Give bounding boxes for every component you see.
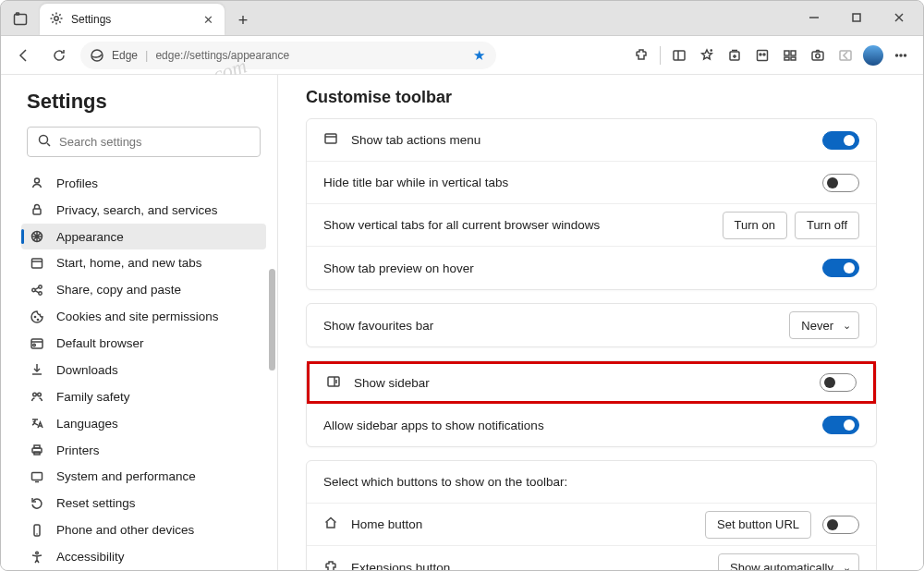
svg-point-29 (40, 135, 48, 143)
turn-off-button[interactable]: Turn off (795, 212, 859, 239)
sidebar-item-printer[interactable]: Printers (21, 437, 266, 464)
svg-point-24 (816, 54, 820, 57)
sidebar-item-label: Cookies and site permissions (56, 310, 219, 323)
sidebar-scrollbar[interactable] (269, 84, 275, 561)
row-home-button[interactable]: Home button Set button URL (307, 504, 876, 546)
url-text: edge://settings/appearance (155, 49, 463, 62)
refresh-button[interactable] (45, 42, 73, 69)
svg-rect-55 (325, 134, 336, 143)
search-settings-input[interactable] (27, 127, 261, 157)
sidebar-item-label: Downloads (56, 363, 118, 377)
search-field[interactable] (59, 135, 250, 149)
row-show-sidebar[interactable]: Show sidebar (307, 361, 876, 404)
sidebar-item-lang[interactable]: Languages (21, 410, 266, 437)
svg-rect-32 (33, 209, 41, 214)
profile-icon (29, 176, 45, 190)
sidebar-item-phone[interactable]: Phone and other devices (21, 516, 266, 543)
row-tab-preview[interactable]: Show tab preview on hover (307, 247, 876, 289)
toolbar-icon-2[interactable] (777, 42, 803, 69)
row-hide-titlebar[interactable]: Hide title bar while in vertical tabs (307, 162, 876, 204)
svg-rect-57 (328, 377, 339, 386)
collections-icon[interactable] (722, 42, 748, 69)
edge-icon (90, 48, 104, 63)
sidebar-item-perf[interactable]: System and performance (21, 463, 266, 490)
favourites-bar-select[interactable]: Never ⌄ (789, 311, 859, 339)
svg-point-41 (34, 316, 35, 317)
sidebar-item-label: Share, copy and paste (56, 283, 181, 297)
profile-avatar[interactable] (860, 42, 886, 69)
sidebar-item-reset[interactable]: Reset settings (21, 490, 266, 516)
sidebar-item-label: Family safety (56, 390, 130, 404)
sidebar-item-download[interactable]: Downloads (21, 357, 266, 383)
screenshot-icon[interactable] (805, 42, 831, 69)
sidebar-item-label: Reset settings (56, 496, 136, 510)
share-icon[interactable] (833, 42, 858, 69)
svg-point-38 (39, 292, 42, 295)
svg-point-2 (55, 16, 58, 19)
maximize-button[interactable] (836, 4, 877, 31)
toggle-home-button[interactable] (822, 516, 859, 534)
more-menu-icon[interactable] (888, 42, 914, 69)
sidebar-item-browser[interactable]: Default browser (21, 330, 266, 357)
close-tab-icon[interactable]: ✕ (201, 13, 215, 27)
extensions-icon[interactable] (628, 42, 654, 69)
sidebar-item-label: Start, home, and new tabs (56, 256, 202, 270)
svg-point-54 (36, 552, 39, 554)
svg-rect-20 (791, 51, 796, 55)
favourite-star-icon[interactable]: ★ (470, 47, 487, 64)
sidebar-item-home[interactable]: Start, home, and new tabs (21, 249, 266, 276)
sidebar-item-label: Profiles (56, 176, 98, 190)
printer-icon (29, 443, 45, 457)
svg-point-17 (760, 54, 761, 55)
svg-point-18 (763, 54, 765, 55)
favourites-icon[interactable] (694, 42, 720, 69)
sidebar-item-lock[interactable]: Privacy, search, and services (21, 197, 266, 224)
home-icon (29, 256, 45, 271)
sidebar-item-appearance[interactable]: Appearance (21, 224, 266, 250)
toggle-hide-titlebar[interactable] (822, 174, 859, 192)
svg-point-36 (32, 288, 35, 291)
row-favourites-bar[interactable]: Show favourites bar Never ⌄ (307, 304, 876, 346)
download-icon (29, 362, 45, 377)
toggle-tab-actions[interactable] (822, 131, 859, 150)
toggle-sidebar-notifications[interactable] (822, 416, 859, 434)
svg-line-39 (35, 287, 39, 289)
toolbar-icon-1[interactable] (749, 42, 775, 69)
sidebar-item-label: Appearance (56, 230, 124, 244)
row-tab-actions[interactable]: Show tab actions menu (307, 119, 876, 162)
reset-icon (29, 496, 45, 511)
sidebar-item-family[interactable]: Family safety (21, 383, 266, 410)
address-bar[interactable]: Edge | edge://settings/appearance ★ (80, 42, 496, 69)
svg-rect-21 (784, 57, 789, 60)
sidebar-icon[interactable] (666, 42, 692, 69)
toggle-tab-preview[interactable] (822, 259, 859, 277)
extensions-button-select[interactable]: Show automatically ⌄ (718, 553, 859, 570)
close-window-button[interactable] (879, 4, 919, 31)
svg-point-27 (900, 55, 902, 56)
tab-actions-icon[interactable] (5, 4, 36, 35)
sidebar-item-profile[interactable]: Profiles (21, 170, 266, 197)
sidebar-item-a11y[interactable]: Accessibility (21, 543, 266, 570)
new-tab-button[interactable]: + (228, 6, 258, 35)
row-extensions-button[interactable]: Extensions button Show automatically ⌄ (307, 546, 876, 570)
row-vertical-tabs: Show vertical tabs for all current brows… (307, 204, 876, 247)
svg-point-42 (37, 319, 38, 320)
minimize-button[interactable] (794, 4, 834, 31)
svg-rect-25 (840, 51, 851, 60)
toggle-show-sidebar[interactable] (820, 373, 857, 392)
chevron-down-icon: ⌄ (843, 562, 851, 571)
set-button-url[interactable]: Set button URL (705, 511, 811, 539)
row-sidebar-notifications[interactable]: Allow sidebar apps to show notifications (307, 404, 876, 446)
svg-point-28 (905, 55, 906, 56)
browser-icon (29, 336, 45, 351)
sidebar-item-cookie[interactable]: Cookies and site permissions (21, 303, 266, 330)
browser-tab[interactable]: Settings ✕ (40, 4, 225, 35)
svg-rect-8 (674, 51, 685, 60)
back-button[interactable] (10, 42, 38, 69)
tab-title: Settings (71, 13, 201, 26)
chevron-down-icon: ⌄ (843, 320, 851, 332)
turn-on-button[interactable]: Turn on (723, 212, 787, 239)
svg-rect-34 (32, 259, 43, 268)
sidebar-item-share[interactable]: Share, copy and paste (21, 276, 266, 303)
svg-rect-50 (32, 472, 43, 480)
